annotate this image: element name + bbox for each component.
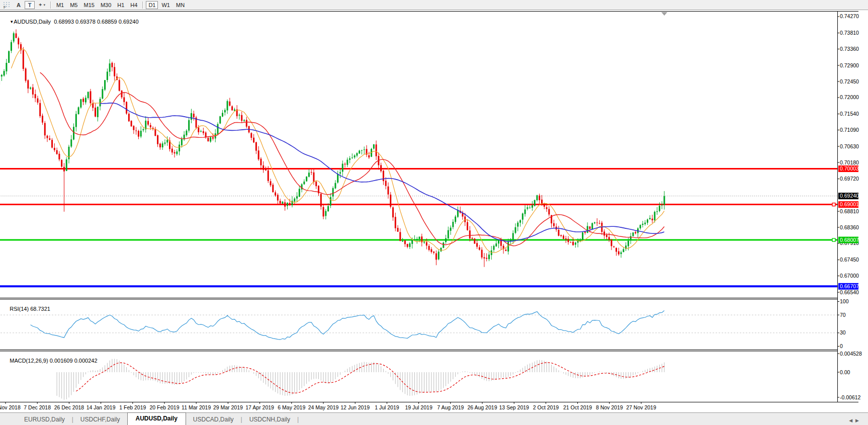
rsi-axis-label: 30 bbox=[840, 329, 846, 335]
date-tick-label: 2 Oct 2019 bbox=[533, 404, 559, 410]
price-tick-label: 0.72450 bbox=[840, 78, 859, 84]
svg-text:F: F bbox=[4, 5, 6, 9]
price-label-0.69001: 0.69001 bbox=[838, 201, 859, 208]
price-tick-label: 0.71090 bbox=[840, 127, 859, 133]
moving-averages bbox=[11, 49, 664, 252]
tab-eurusd[interactable]: EURUSD,Daily bbox=[17, 414, 72, 425]
date-tick-label: 17 Apr 2019 bbox=[245, 404, 274, 410]
date-tick-label: 11 Mar 2019 bbox=[182, 404, 211, 410]
svg-text:0.69001: 0.69001 bbox=[840, 201, 859, 207]
price-tick-label: 0.72000 bbox=[840, 94, 859, 100]
rsi-axis-label: 0 bbox=[840, 343, 843, 349]
price-tick-label: 0.73360 bbox=[840, 46, 859, 52]
date-tick-label: 7 Dec 2018 bbox=[24, 404, 51, 410]
timeframe-button-h1[interactable]: H1 bbox=[115, 1, 127, 9]
date-tick-label: 6 May 2019 bbox=[278, 404, 305, 410]
chevron-down-icon: ▾ bbox=[43, 3, 45, 7]
price-tick-label: 0.73810 bbox=[840, 30, 859, 36]
date-tick-label: 26 Aug 2019 bbox=[468, 404, 497, 410]
tab-scroll-right-icon[interactable]: ▶ bbox=[855, 418, 862, 423]
date-tick-label: 20 Feb 2019 bbox=[150, 404, 180, 410]
date-tick-label: 29 Mar 2019 bbox=[213, 404, 243, 410]
macd-axis-label: -0.00612 bbox=[840, 394, 861, 400]
timeframe-button-m5[interactable]: M5 bbox=[67, 1, 80, 9]
price-tick-label: 0.69720 bbox=[840, 176, 859, 182]
price-tick-label: 0.68360 bbox=[840, 224, 859, 230]
tab-audusd[interactable]: AUDUSD,Daily bbox=[127, 412, 186, 425]
date-tick-label: 1 Jul 2019 bbox=[375, 404, 399, 410]
chart-tab-bar: EURUSD,Daily|USDCHF,DailyAUDUSD,DailyUSD… bbox=[0, 412, 868, 425]
date-tick-label: 14 Jan 2019 bbox=[86, 404, 116, 410]
price-tick-label: 0.67000 bbox=[840, 273, 859, 279]
date-axis[interactable]: 19 Nov 20187 Dec 201826 Dec 201814 Jan 2… bbox=[0, 402, 656, 410]
grid-snap-button[interactable]: F bbox=[1, 1, 13, 9]
price-tick-label: 0.72900 bbox=[840, 62, 859, 68]
date-tick-label: 19 Nov 2018 bbox=[0, 404, 21, 410]
date-tick-label: 26 Dec 2018 bbox=[54, 404, 84, 410]
date-tick-label: 19 Jul 2019 bbox=[405, 404, 432, 410]
text-label-button[interactable]: T bbox=[25, 1, 35, 9]
line-handle[interactable] bbox=[832, 238, 835, 241]
macd-histogram bbox=[57, 359, 664, 399]
current-price-label: 0.69240 bbox=[838, 193, 859, 199]
date-tick-label: 8 Nov 2019 bbox=[596, 404, 623, 410]
timeframe-button-d1[interactable]: D1 bbox=[146, 1, 158, 9]
arrows-icon: ✦ bbox=[38, 2, 42, 8]
macd-axis-label: 0.00 bbox=[840, 369, 850, 375]
timeframe-button-m1[interactable]: M1 bbox=[54, 1, 66, 9]
price-label-0.70003: 0.70003 bbox=[838, 165, 859, 172]
date-tick-label: 21 Oct 2019 bbox=[563, 404, 592, 410]
price-label-0.66707: 0.66707 bbox=[838, 283, 859, 290]
chart-tabs: EURUSD,Daily|USDCHF,DailyAUDUSD,DailyUSD… bbox=[17, 413, 299, 425]
tab-usdcad[interactable]: USDCAD,Daily bbox=[186, 414, 241, 425]
svg-text:0.66707: 0.66707 bbox=[840, 283, 859, 289]
date-tick-label: 12 Jun 2019 bbox=[340, 404, 370, 410]
price-tick-label: 0.70180 bbox=[840, 159, 859, 165]
toolbar: F A T ✦ ▾ M1M5M15M30H1H4D1W1MN bbox=[0, 0, 868, 10]
svg-text:0.70003: 0.70003 bbox=[840, 165, 859, 172]
svg-text:0.68007: 0.68007 bbox=[840, 237, 859, 243]
arrows-tool-button[interactable]: ✦ ▾ bbox=[36, 1, 48, 9]
text-annotation-button[interactable]: A bbox=[14, 1, 24, 9]
price-tick-label: 0.68810 bbox=[840, 208, 859, 214]
price-tick-label: 0.66540 bbox=[840, 289, 859, 295]
chart-window: 0.742700.738100.733600.729000.724500.720… bbox=[0, 10, 868, 412]
date-tick-label: 24 May 2019 bbox=[308, 404, 339, 410]
tab-usdcnh[interactable]: USDCNH,Daily bbox=[242, 414, 297, 425]
toolbar-separator bbox=[142, 2, 143, 9]
timeframe-group: M1M5M15M30H1H4D1W1MN bbox=[53, 1, 188, 9]
rsi-axis-label: 70 bbox=[840, 312, 846, 318]
tab-usdchf[interactable]: USDCHF,Daily bbox=[73, 414, 127, 425]
tab-scroll-left-icon[interactable]: ◀ bbox=[849, 418, 855, 423]
timeframe-button-h4[interactable]: H4 bbox=[128, 1, 140, 9]
timeframe-button-m15[interactable]: M15 bbox=[81, 1, 97, 9]
panel-frames bbox=[0, 10, 858, 412]
price-tick-label: 0.67450 bbox=[840, 257, 859, 263]
macd-axis-label: 0.004528 bbox=[840, 351, 862, 357]
date-tick-label: 13 Sep 2019 bbox=[499, 404, 529, 410]
last-bar-marker-icon bbox=[661, 12, 667, 16]
chart-canvas[interactable]: 0.742700.738100.733600.729000.724500.720… bbox=[0, 10, 868, 412]
date-tick-label: 27 Nov 2019 bbox=[626, 404, 656, 410]
price-label-0.68007: 0.68007 bbox=[838, 237, 859, 243]
price-tick-label: 0.71540 bbox=[840, 111, 859, 117]
tab-separator: | bbox=[297, 414, 299, 425]
price-tick-label: 0.70630 bbox=[840, 143, 859, 149]
date-tick-label: 1 Feb 2019 bbox=[119, 404, 146, 410]
date-tick-label: 7 Aug 2019 bbox=[437, 404, 464, 410]
price-tick-label: 0.74270 bbox=[840, 13, 859, 19]
line-handle[interactable] bbox=[832, 203, 835, 206]
timeframe-button-w1[interactable]: W1 bbox=[159, 1, 172, 9]
tab-scroll-arrows[interactable]: ◀▶ bbox=[849, 418, 862, 423]
timeframe-button-m30[interactable]: M30 bbox=[98, 1, 114, 9]
grid-dots-icon: F bbox=[3, 2, 10, 9]
macd-signal-line bbox=[76, 363, 664, 393]
svg-text:0.69240: 0.69240 bbox=[840, 193, 859, 199]
rsi-axis-label: 100 bbox=[840, 298, 849, 304]
candles bbox=[0, 29, 665, 267]
toolbar-separator bbox=[50, 2, 51, 9]
timeframe-button-mn[interactable]: MN bbox=[173, 1, 187, 9]
horizontal-line-objects[interactable] bbox=[0, 169, 837, 287]
